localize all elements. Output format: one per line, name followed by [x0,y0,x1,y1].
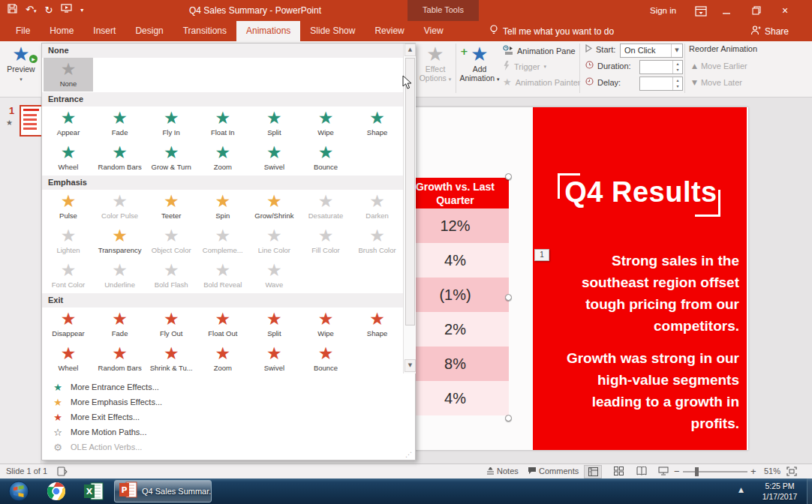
animation-desaturate[interactable]: ★Desaturate [301,190,350,224]
animation-lighten[interactable]: ★Lighten [44,224,93,258]
excel-taskbar-icon[interactable]: X [83,481,105,502]
slideshow-view-button[interactable] [654,465,672,478]
start-slideshow-icon[interactable] [61,0,72,21]
tab-file[interactable]: File [6,21,40,41]
animation-swivel[interactable]: ★Swivel [249,141,299,175]
animation-float-in[interactable]: ★Float In [198,106,248,140]
duration-spinner[interactable]: ▴▾ [639,60,683,74]
preview-button[interactable]: ★▶ Preview ▾ [3,44,39,84]
delay-spin-buttons[interactable]: ▴▾ [672,77,682,90]
tab-transitions[interactable]: Transitions [173,21,236,41]
start-combobox[interactable]: On Click ▼ [620,44,683,58]
animation-split[interactable]: ★Split [249,106,299,140]
zoom-in-button[interactable]: + [750,464,756,478]
animation-grow-shrink[interactable]: ★Grow/Shrink [249,190,299,224]
menu-item-more-emphasis-effects[interactable]: ★More Emphasis Effects... [42,394,415,410]
tab-review[interactable]: Review [365,21,414,41]
gallery-resize-grip[interactable]: ⋰ [405,451,413,458]
move-earlier-button[interactable]: ▲ Move Earlier [692,62,747,70]
menu-item-more-motion-paths[interactable]: ☆More Motion Paths... [42,424,415,440]
restore-button[interactable] [745,0,768,21]
animation-transparency[interactable]: ★Transparency [95,224,145,258]
animation-color-pulse[interactable]: ★Color Pulse [95,190,145,224]
zoom-out-button[interactable]: − [674,464,680,478]
animation-float-out[interactable]: ★Float Out [198,308,248,341]
menu-item-more-exit-effects[interactable]: ★More Exit Effects... [42,410,415,424]
close-button[interactable]: × [774,0,796,21]
save-icon[interactable] [8,0,17,21]
animation-random-bars[interactable]: ★Random Bars [95,342,145,376]
animation-split[interactable]: ★Split [249,308,299,341]
menu-item-more-entrance-effects[interactable]: ★More Entrance Effects... [42,380,415,394]
animation-bounce[interactable]: ★Bounce [301,141,350,175]
duration-spin-buttons[interactable]: ▴▾ [672,61,682,74]
animation-wheel[interactable]: ★Wheel [44,342,93,376]
animation-object-color[interactable]: ★Object Color [146,224,196,258]
animation-spin[interactable]: ★Spin [198,190,248,224]
sign-in-link[interactable]: Sign in [650,0,676,21]
animation-grow-turn[interactable]: ★Grow & Turn [146,141,196,175]
selection-handle[interactable] [505,294,512,301]
animation-fade[interactable]: ★Fade [95,308,145,341]
animation-wave[interactable]: ★Wave [249,259,299,292]
tab-animations[interactable]: Animations [236,21,300,41]
animation-wipe[interactable]: ★Wipe [301,308,350,341]
taskbar-clock[interactable]: 5:25 PM 1/17/2017 [755,481,804,502]
animation-line-color[interactable]: ★Line Color [249,224,299,258]
show-hidden-icons-button[interactable]: ▲ [738,486,744,494]
animation-random-bars[interactable]: ★Random Bars [95,141,145,175]
powerpoint-taskbar-button[interactable]: P Q4 Sales Summar... [114,480,212,502]
tab-insert[interactable]: Insert [83,21,125,41]
slide-sorter-view-button[interactable] [609,465,627,478]
comments-button[interactable]: Comments [528,464,579,478]
animation-number-badge[interactable]: 1 [534,249,549,261]
zoom-level[interactable]: 51% [764,464,780,478]
animation-disappear[interactable]: ★Disappear [44,308,93,341]
start-button[interactable] [8,481,30,502]
body-paragraph[interactable]: Growth was strong in our high-value segm… [561,347,739,434]
animation-painter-button[interactable]: ★ Animation Painter [503,76,580,88]
animation-shape[interactable]: ★Shape [353,106,402,140]
table-cell[interactable]: 4% [401,381,509,416]
redo-icon[interactable]: ↻ [44,0,53,21]
add-animation-button[interactable]: ★+ Add Animation ▾ [459,44,501,84]
scroll-up-icon[interactable]: ▲ [404,44,416,56]
table-cell[interactable]: 4% [401,243,509,278]
trigger-button[interactable]: Trigger ▾ [503,61,546,72]
menu-item-ole-action-verbs[interactable]: ⚙OLE Action Verbs... [42,440,415,454]
customize-qat-icon[interactable]: ▾ [80,0,83,21]
animation-fly-in[interactable]: ★Fly In [146,106,196,140]
effect-options-button[interactable]: ★ Effect Options ▾ [417,44,453,84]
animation-darken[interactable]: ★Darken [353,190,402,224]
animation-swivel[interactable]: ★Swivel [249,342,299,376]
selection-handle[interactable] [505,415,512,422]
animation-font-color[interactable]: ★Font Color [44,259,93,292]
animation-zoom[interactable]: ★Zoom [198,342,248,376]
zoom-slider[interactable] [683,471,747,472]
animation-zoom[interactable]: ★Zoom [198,141,248,175]
table-cell[interactable]: 2% [401,312,509,346]
normal-view-button[interactable] [584,465,602,478]
show-desktop-button[interactable] [807,478,812,504]
animation-pane-button[interactable]: Animation Pane [503,45,576,56]
animation-wheel[interactable]: ★Wheel [44,141,93,175]
tab-view[interactable]: View [414,21,453,41]
animation-teeter[interactable]: ★Teeter [146,190,196,224]
animation-wipe[interactable]: ★Wipe [301,106,350,140]
table-cell[interactable]: 8% [401,346,509,381]
scroll-down-icon[interactable]: ▼ [404,359,416,372]
zoom-slider-thumb[interactable] [695,467,699,476]
animation-shrink-tu[interactable]: ★Shrink & Tu... [146,342,196,376]
selection-handle[interactable] [505,173,512,180]
ribbon-display-options-icon[interactable] [695,4,707,17]
slide-thumbnail[interactable] [20,105,43,136]
animation-fly-out[interactable]: ★Fly Out [146,308,196,341]
gallery-scrollbar[interactable]: ▲ ▼ [403,44,416,374]
notes-button[interactable]: Notes [486,464,519,478]
body-paragraph[interactable]: Strong sales in the southeast region off… [561,250,739,337]
table-header-cell[interactable]: Growth vs. Last Quarter [401,178,509,208]
tab-design[interactable]: Design [125,21,173,41]
animation-none[interactable]: ★None [44,58,93,92]
tab-slide-show[interactable]: Slide Show [300,21,365,41]
slide-title[interactable]: Q4 Results [554,176,728,208]
